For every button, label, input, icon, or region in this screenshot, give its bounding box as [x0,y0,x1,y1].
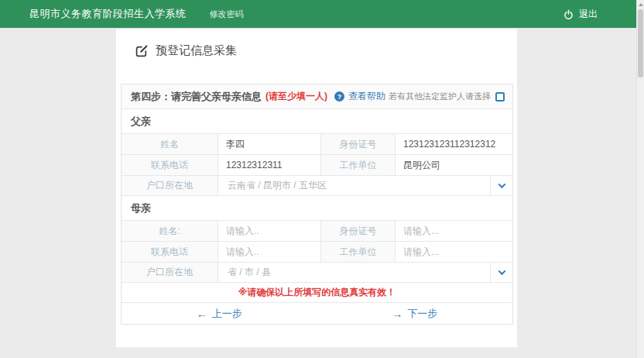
logout-button[interactable]: 退出 [564,0,598,28]
father-phone-input[interactable] [218,155,320,175]
mother-id-label: 身份证号 [321,221,396,241]
step-navigation: ← 上一步 → 下一步 [122,303,512,324]
help-icon[interactable]: ? [334,91,344,102]
other-guardian-option: 若有其他法定监护人请选择 [389,91,505,102]
scroll-up-arrow-icon[interactable] [639,3,643,6]
father-phone-label: 联系电话 [122,155,218,175]
mother-name-cell [218,221,321,241]
arrow-left-icon: ← [197,308,207,320]
change-password-link[interactable]: 修改密码 [210,9,244,20]
father-phone-work-row: 联系电话 工作单位 [122,155,512,176]
arrow-right-icon: → [392,308,402,320]
mother-work-input[interactable] [396,242,512,262]
screen: 昆明市义务教育阶段招生入学系统 修改密码 退出 预登记信息采集 第四步：请完善父… [0,0,644,358]
mother-name-id-row: 姓名: 身份证号 [122,221,512,242]
father-name-label: 姓名 [122,134,218,154]
mother-phone-input[interactable] [218,242,320,262]
parents-form-table: 第四步：请完善父亲母亲信息 (请至少填一人) ? 查看帮助 若有其他法定监护人请… [121,84,513,325]
other-guardian-checkbox[interactable] [495,92,505,102]
father-section-title: 父亲 [122,109,512,134]
step-hint: (请至少填一人) [265,90,327,103]
mother-phone-label: 联系电话 [122,242,218,262]
father-id-cell [396,134,512,154]
mother-id-cell [396,221,512,241]
edit-icon [135,44,149,57]
card-header: 预登记信息采集 [116,29,517,58]
app-title: 昆明市义务教育阶段招生入学系统 [29,7,187,21]
mother-phone-work-row: 联系电话 工作单位 [122,242,512,263]
father-residence-dropdown[interactable] [491,176,512,195]
father-id-input[interactable] [396,134,512,154]
mother-work-label: 工作单位 [321,242,396,262]
vertical-scrollbar[interactable] [636,0,644,358]
next-step-button[interactable]: → 下一步 [317,303,513,324]
form-card: 预登记信息采集 第四步：请完善父亲母亲信息 (请至少填一人) ? 查看帮助 若有… [116,29,517,347]
mother-name-label: 姓名: [122,221,218,241]
prev-step-button[interactable]: ← 上一步 [122,303,317,324]
father-work-label: 工作单位 [321,155,396,175]
validity-warning: ※请确保以上所填写的信息真实有效！ [122,283,512,303]
next-step-label: 下一步 [407,307,437,321]
mother-residence-value[interactable]: 省 / 市 / 县 [218,263,491,282]
mother-residence-row: 户口所在地 省 / 市 / 县 [122,263,512,283]
father-name-input[interactable] [218,134,320,154]
mother-name-input[interactable] [218,221,320,241]
chevron-down-icon [498,181,505,188]
father-id-label: 身份证号 [321,134,396,154]
chevron-down-icon [498,267,505,275]
father-residence-row: 户口所在地 云南省 / 昆明市 / 五华区 [122,176,512,196]
mother-residence-dropdown[interactable] [491,263,512,282]
mother-work-cell [396,242,512,262]
other-guardian-label: 若有其他法定监护人请选择 [389,91,491,102]
father-work-input[interactable] [396,155,512,175]
father-residence-value[interactable]: 云南省 / 昆明市 / 五华区 [218,176,491,195]
father-name-id-row: 姓名 身份证号 [122,134,512,155]
father-residence-label: 户口所在地 [122,176,218,195]
father-work-cell [396,155,512,175]
scrollbar-thumb[interactable] [638,9,643,77]
step-title: 第四步：请完善父亲母亲信息 [131,90,262,104]
mother-id-input[interactable] [396,221,512,241]
prev-step-label: 上一步 [212,307,242,321]
mother-residence-label: 户口所在地 [122,263,218,282]
step-header-row: 第四步：请完善父亲母亲信息 (请至少填一人) ? 查看帮助 若有其他法定监护人请… [122,84,512,109]
top-navbar: 昆明市义务教育阶段招生入学系统 修改密码 退出 [0,0,644,28]
step-header-left: 第四步：请完善父亲母亲信息 (请至少填一人) ? 查看帮助 [131,90,385,104]
view-help-link[interactable]: 查看帮助 [348,90,385,103]
mother-phone-cell [218,242,321,262]
logout-label: 退出 [579,8,598,21]
page-title: 预登记信息采集 [156,43,237,58]
father-phone-cell [218,155,321,175]
power-icon [564,9,574,19]
father-name-cell [218,134,321,154]
mother-section-title: 母亲 [122,196,512,221]
